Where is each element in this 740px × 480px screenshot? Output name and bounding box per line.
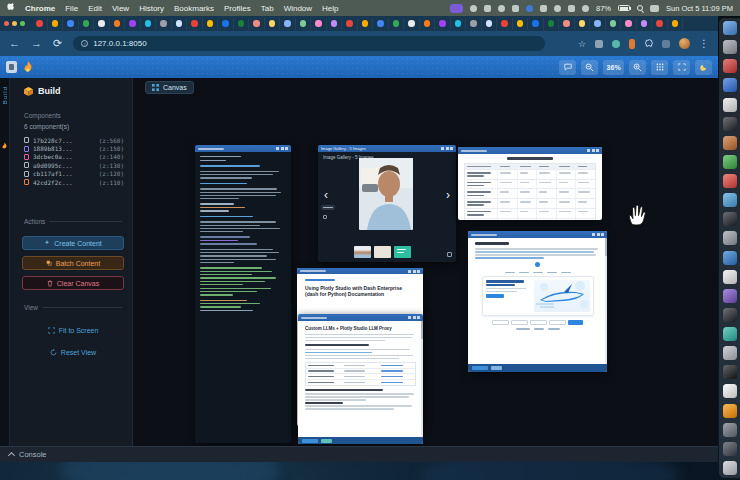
app-shield-icon[interactable] xyxy=(6,61,17,73)
window-controls[interactable] xyxy=(408,316,420,319)
card-cta-button[interactable] xyxy=(486,294,504,298)
browser-tab[interactable] xyxy=(544,18,560,30)
dock-app-icon[interactable] xyxy=(723,404,737,418)
browser-tab[interactable] xyxy=(187,18,203,30)
menubar-menu-tab[interactable]: Tab xyxy=(261,4,274,13)
dock-app-icon[interactable] xyxy=(723,117,737,131)
window-titlebar[interactable] xyxy=(195,145,291,152)
console-bar[interactable]: Console xyxy=(0,446,718,462)
browser-tab[interactable] xyxy=(296,18,312,30)
browser-tab[interactable] xyxy=(32,18,48,30)
table-window[interactable] xyxy=(458,147,602,220)
nav-links-row[interactable] xyxy=(475,272,600,274)
scrollbar[interactable] xyxy=(605,238,607,364)
window-zoom-button[interactable] xyxy=(20,21,25,26)
browser-tab[interactable] xyxy=(358,18,374,30)
llm-proxy-doc-window[interactable]: Custom LLMs + Plotly Studio LLM Proxy xyxy=(298,314,423,444)
zoom-out-button[interactable] xyxy=(581,60,598,75)
browser-tab[interactable] xyxy=(141,18,157,30)
browser-tab[interactable] xyxy=(172,18,188,30)
id-icon[interactable] xyxy=(554,5,561,12)
gallery-thumbnail[interactable] xyxy=(354,246,371,258)
menubar-menu-view[interactable]: View xyxy=(112,4,129,13)
zoom-level-badge[interactable]: 36% xyxy=(603,60,624,75)
side-panel-icon[interactable] xyxy=(662,40,670,48)
browser-tab[interactable] xyxy=(621,18,637,30)
browser-tab[interactable] xyxy=(668,18,684,30)
dock-app-icon[interactable] xyxy=(723,59,737,73)
extension-icon[interactable] xyxy=(629,39,635,49)
browser-tab[interactable] xyxy=(249,18,265,30)
window-controls[interactable] xyxy=(587,149,599,152)
search-button[interactable] xyxy=(568,320,583,325)
dock-app-icon[interactable] xyxy=(723,40,737,54)
window-close-button[interactable] xyxy=(4,21,9,26)
messenger-icon[interactable] xyxy=(526,5,533,12)
component-item[interactable]: 1889b813...(z:150) xyxy=(24,144,124,152)
browser-tab[interactable] xyxy=(218,18,234,30)
window-controls[interactable] xyxy=(592,233,604,236)
component-item[interactable]: 17b228c7...(z:560) xyxy=(24,136,124,144)
browser-tab[interactable] xyxy=(280,18,296,30)
loop-icon[interactable] xyxy=(512,5,519,12)
zoom-in-button[interactable] xyxy=(629,60,646,75)
browser-tab[interactable] xyxy=(559,18,575,30)
extensions-puzzle-icon[interactable] xyxy=(644,39,653,48)
window-titlebar[interactable] xyxy=(458,147,602,154)
browser-tab[interactable] xyxy=(513,18,529,30)
dock-app-icon[interactable] xyxy=(723,346,737,360)
menubar-clock[interactable]: Sun Oct 5 11:09 PM xyxy=(666,4,733,13)
browser-tab[interactable] xyxy=(342,18,358,30)
dock-app-icon[interactable] xyxy=(723,78,737,92)
profile-avatar[interactable] xyxy=(679,38,690,49)
site-info-icon[interactable]: i xyxy=(81,40,88,47)
menubar-menu-profiles[interactable]: Profiles xyxy=(224,4,251,13)
browser-tab[interactable] xyxy=(404,18,420,30)
dock-app-icon[interactable] xyxy=(723,21,737,35)
gallery-main-photo[interactable] xyxy=(359,158,413,230)
address-bar[interactable]: i 127.0.0.1:8050 xyxy=(73,36,545,51)
canvas-area[interactable]: Canvas Image Gallery - 5 Images xyxy=(133,78,718,446)
dock-app-icon[interactable] xyxy=(723,136,737,150)
window-titlebar[interactable] xyxy=(298,314,423,321)
gallery-info-icon[interactable] xyxy=(323,215,327,219)
browser-tab[interactable] xyxy=(637,18,653,30)
create-content-button[interactable]: Create Content xyxy=(22,236,124,250)
browser-tab[interactable] xyxy=(79,18,95,30)
form-field[interactable] xyxy=(549,320,566,325)
chrome-menu-icon[interactable]: ⋮ xyxy=(699,39,709,49)
form-field[interactable] xyxy=(530,320,547,325)
gallery-expand-icon[interactable] xyxy=(447,252,452,257)
browser-tab[interactable] xyxy=(606,18,622,30)
browser-tab[interactable] xyxy=(94,18,110,30)
fullscreen-button[interactable] xyxy=(673,60,690,75)
dock-app-icon[interactable] xyxy=(723,251,737,265)
menubar-menu-history[interactable]: History xyxy=(139,4,164,13)
component-item[interactable]: cb117af1...(z:120) xyxy=(24,170,124,178)
dock-app-icon[interactable] xyxy=(723,193,737,207)
dock-app-icon[interactable] xyxy=(723,155,737,169)
gallery-thumbnail[interactable] xyxy=(374,246,391,258)
dock-app-icon[interactable] xyxy=(723,98,737,112)
reset-view-button[interactable]: Reset View xyxy=(22,346,124,359)
shortcut-icon[interactable] xyxy=(470,5,477,12)
browser-tab[interactable] xyxy=(420,18,436,30)
browser-tab[interactable] xyxy=(482,18,498,30)
window-titlebar[interactable] xyxy=(468,231,607,238)
wifi-icon[interactable] xyxy=(568,5,575,12)
browser-tab[interactable] xyxy=(575,18,591,30)
dock-app-icon[interactable] xyxy=(723,442,737,456)
next-button[interactable] xyxy=(491,366,502,370)
window-controls[interactable] xyxy=(441,147,453,150)
window-controls[interactable] xyxy=(276,147,288,150)
breadcrumb-link-bar[interactable] xyxy=(305,279,335,281)
browser-tab[interactable] xyxy=(63,18,79,30)
extension-icon[interactable] xyxy=(612,40,620,48)
bookmark-star-icon[interactable]: ☆ xyxy=(578,39,586,49)
clipboard-icon[interactable] xyxy=(540,5,547,12)
code-document-window[interactable] xyxy=(195,145,291,443)
flight-page-window[interactable] xyxy=(468,231,607,372)
browser-tab[interactable] xyxy=(265,18,281,30)
dock-app-icon[interactable] xyxy=(723,384,737,398)
browser-tab[interactable] xyxy=(311,18,327,30)
